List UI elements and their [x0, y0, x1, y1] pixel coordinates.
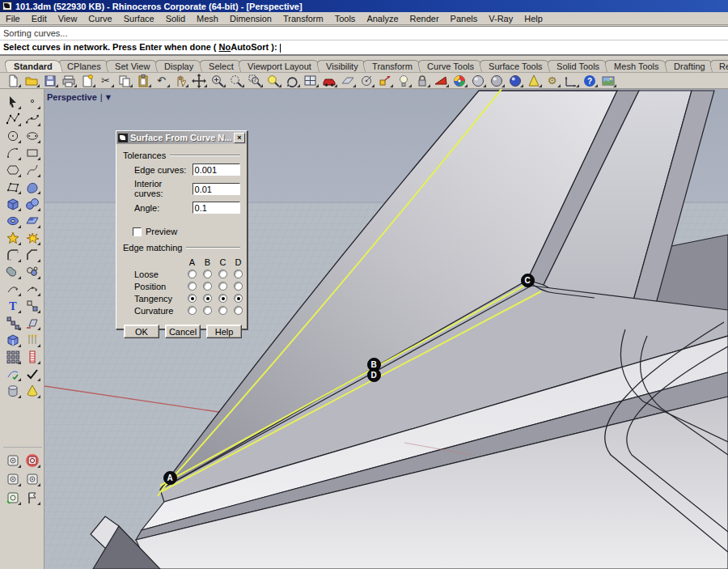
- array-icon[interactable]: [3, 315, 22, 331]
- check-icon[interactable]: [23, 366, 41, 382]
- freeform-curve-icon[interactable]: [23, 162, 41, 178]
- adjust-curve-icon[interactable]: [3, 281, 22, 297]
- toolbar-tab-transform[interactable]: Transform: [362, 60, 422, 72]
- menu-item-surface[interactable]: Surface: [118, 13, 160, 24]
- toolbar-tab-drafting[interactable]: Drafting: [663, 60, 715, 72]
- radio-tangency-b[interactable]: [203, 294, 212, 303]
- paste-icon[interactable]: [133, 73, 152, 88]
- field-input-1[interactable]: 0.01: [193, 183, 240, 195]
- copy-icon[interactable]: [115, 73, 133, 88]
- menu-item-transform[interactable]: Transform: [277, 13, 329, 24]
- command-option-noautosort[interactable]: NoAutoSort: [219, 42, 269, 52]
- explode-icon[interactable]: [23, 230, 41, 246]
- render-icon[interactable]: [431, 73, 450, 88]
- undo-icon[interactable]: ↶: [152, 73, 171, 88]
- menu-item-file[interactable]: File: [0, 13, 26, 24]
- grid-array-icon[interactable]: [3, 349, 22, 365]
- new-file-icon[interactable]: [3, 73, 22, 88]
- named-view-icon[interactable]: [320, 73, 338, 88]
- surface-checker-icon[interactable]: [23, 213, 41, 229]
- snapshot-icon[interactable]: [3, 471, 22, 487]
- toolbar-tab-standard[interactable]: Standard: [3, 60, 62, 72]
- toolbar-tab-viewport-layout[interactable]: Viewport Layout: [237, 60, 321, 72]
- zoom-window-icon[interactable]: [245, 73, 264, 88]
- preview-checkbox[interactable]: [133, 227, 142, 236]
- print-icon[interactable]: [59, 73, 78, 88]
- polyline-icon[interactable]: [3, 111, 22, 127]
- link-icon[interactable]: [375, 73, 394, 88]
- shear-icon[interactable]: [23, 315, 41, 331]
- record-history-icon[interactable]: [3, 452, 22, 469]
- copy-object-icon[interactable]: [23, 298, 41, 314]
- menu-item-solid[interactable]: Solid: [160, 13, 191, 24]
- boolean-circles-icon[interactable]: [23, 264, 41, 280]
- radio-tangency-c[interactable]: [218, 294, 227, 303]
- viewport-dropdown-icon[interactable]: ▼: [106, 94, 111, 101]
- viewport-title[interactable]: Perspective | ▼: [47, 92, 111, 102]
- save-icon[interactable]: [40, 73, 59, 88]
- toolbar-tab-cplanes[interactable]: CPlanes: [57, 60, 111, 72]
- record-active-icon[interactable]: [23, 452, 41, 469]
- solid-torus-icon[interactable]: [3, 213, 22, 229]
- window-titlebar[interactable]: 101.3dm (522930 KB) - Rhinoceros Corpora…: [0, 0, 728, 12]
- curve-handle-icon[interactable]: [23, 281, 41, 297]
- radio-loose-a[interactable]: [188, 270, 197, 278]
- dialog-titlebar[interactable]: Surface From Curve N... ×: [116, 131, 247, 144]
- menu-item-help[interactable]: Help: [518, 13, 548, 24]
- star-icon[interactable]: [3, 230, 22, 246]
- copy-page-icon[interactable]: [78, 73, 96, 88]
- command-area[interactable]: Sorting curves... Select curves in netwo…: [0, 26, 728, 56]
- point-icon[interactable]: [23, 94, 41, 110]
- arc-icon[interactable]: [3, 145, 22, 161]
- block-icon[interactable]: [23, 349, 41, 365]
- radio-curvature-c[interactable]: [218, 306, 227, 315]
- options-gear-icon[interactable]: ⚙: [543, 73, 561, 88]
- radio-loose-c[interactable]: [218, 270, 227, 278]
- cylinder-icon[interactable]: [3, 383, 22, 399]
- open-file-icon[interactable]: [22, 73, 40, 88]
- circle-icon[interactable]: [3, 128, 22, 144]
- menu-item-mesh[interactable]: Mesh: [191, 13, 224, 24]
- surface-corner-icon[interactable]: [3, 179, 22, 195]
- help-icon[interactable]: ?: [580, 73, 599, 88]
- toolbar-tab-surface-tools[interactable]: Surface Tools: [478, 60, 552, 72]
- solid-tools-icon[interactable]: [3, 332, 22, 348]
- toolbar-tab-set-view[interactable]: Set View: [104, 60, 160, 72]
- flag-icon[interactable]: [23, 490, 41, 506]
- control-point-curve-icon[interactable]: [23, 111, 41, 127]
- zoom-dynamic-icon[interactable]: [226, 73, 245, 88]
- zoom-in-icon[interactable]: [208, 73, 226, 88]
- radio-position-c[interactable]: [218, 282, 227, 291]
- cone-icon[interactable]: [23, 383, 41, 399]
- radio-loose-b[interactable]: [203, 270, 212, 278]
- ghosted-view-icon[interactable]: [487, 73, 506, 88]
- color-wheel-icon[interactable]: [450, 73, 468, 88]
- select-pointer-icon[interactable]: [3, 94, 22, 110]
- dialog-close-button[interactable]: ×: [234, 133, 245, 143]
- set-cplane-icon[interactable]: [357, 73, 375, 88]
- toolbar-tab-select[interactable]: Select: [198, 60, 243, 72]
- menu-item-curve[interactable]: Curve: [83, 13, 117, 24]
- field-input-0[interactable]: 0.001: [193, 163, 240, 176]
- lock-icon[interactable]: [413, 73, 431, 88]
- radio-tangency-d[interactable]: [234, 294, 243, 303]
- command-prompt-line[interactable]: Select curves in network. Press Enter wh…: [0, 40, 728, 54]
- solid-box-icon[interactable]: [3, 196, 22, 212]
- menu-item-analyze[interactable]: Analyze: [361, 13, 404, 24]
- move-view-icon[interactable]: [189, 73, 208, 88]
- record-green-icon[interactable]: [3, 490, 22, 506]
- boolean-union-icon[interactable]: [3, 264, 22, 280]
- array-vertical-icon[interactable]: [23, 332, 41, 348]
- menu-item-panels[interactable]: Panels: [445, 13, 484, 24]
- menu-item-dimension[interactable]: Dimension: [224, 13, 277, 24]
- surface-blob-icon[interactable]: [23, 179, 41, 195]
- toolbar-tab-curve-tools[interactable]: Curve Tools: [417, 60, 485, 72]
- toolbar-tab-display[interactable]: Display: [154, 60, 205, 72]
- toolbar-tab-mesh-tools[interactable]: Mesh Tools: [604, 60, 670, 72]
- text-object-icon[interactable]: T: [3, 298, 22, 314]
- solid-sphere-icon[interactable]: [23, 196, 41, 212]
- toolbar-tab-solid-tools[interactable]: Solid Tools: [547, 60, 611, 72]
- cplane-icon[interactable]: [338, 73, 357, 88]
- spotlight-icon[interactable]: [524, 73, 543, 88]
- rectangle-icon[interactable]: [23, 145, 41, 161]
